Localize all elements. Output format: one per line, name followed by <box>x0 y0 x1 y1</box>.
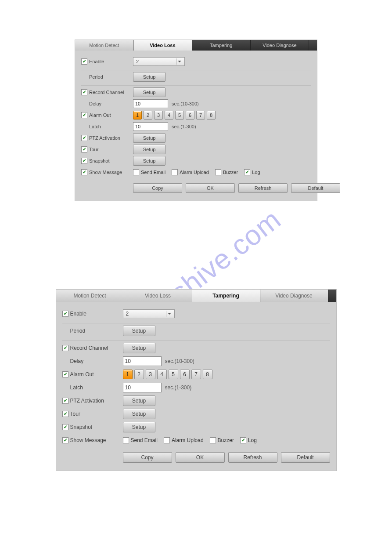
snapshot-checkbox[interactable] <box>62 424 68 430</box>
alarm-out-1[interactable]: 1 <box>133 111 142 120</box>
alarm-out-7[interactable]: 7 <box>196 111 205 120</box>
tab-tampering[interactable]: Tampering <box>192 290 260 302</box>
default-button[interactable]: Default <box>281 452 330 463</box>
buzzer-checkbox[interactable] <box>215 169 221 175</box>
default-button[interactable]: Default <box>291 183 340 193</box>
delay-input[interactable]: 10 <box>123 356 162 366</box>
alarm-out-3[interactable]: 3 <box>146 370 155 379</box>
delay-label: Delay <box>89 101 133 106</box>
buzzer-label: Buzzer <box>218 437 234 443</box>
alarm-out-checkbox[interactable] <box>81 112 87 118</box>
send-email-checkbox[interactable] <box>133 169 139 175</box>
tab-tampering[interactable]: Tampering <box>192 40 251 51</box>
tab-spacer <box>309 40 317 51</box>
channel-select[interactable]: 2 <box>123 309 175 318</box>
ok-button[interactable]: OK <box>186 183 235 193</box>
latch-input[interactable]: 10 <box>123 383 162 392</box>
log-label: Log <box>248 437 257 443</box>
channel-value: 2 <box>136 59 139 64</box>
channel-select[interactable]: 2 <box>133 57 185 66</box>
ptz-checkbox[interactable] <box>62 398 68 404</box>
tab-bar: Motion Detect Video Loss Tampering Video… <box>56 290 336 302</box>
alarm-upload-checkbox[interactable] <box>172 169 178 175</box>
ptz-label: PTZ Activation <box>89 135 133 141</box>
buzzer-checkbox[interactable] <box>210 437 216 443</box>
alarm-out-8[interactable]: 8 <box>207 111 216 120</box>
alarm-out-4[interactable]: 4 <box>165 111 173 120</box>
snapshot-setup-button[interactable]: Setup <box>133 156 165 166</box>
delay-value: 10 <box>135 101 140 106</box>
alarm-out-checkbox[interactable] <box>62 371 68 377</box>
log-checkbox[interactable] <box>244 169 250 175</box>
ptz-checkbox[interactable] <box>81 135 87 141</box>
record-channel-label: Record Channel <box>89 90 133 95</box>
snapshot-checkbox[interactable] <box>81 158 87 164</box>
alarm-upload-label: Alarm Upload <box>172 437 204 443</box>
tab-motion-detect[interactable]: Motion Detect <box>56 290 124 302</box>
send-email-checkbox[interactable] <box>123 437 129 443</box>
tab-motion-detect[interactable]: Motion Detect <box>75 40 133 51</box>
video-detect-panel: Motion Detect Video Loss Tampering Video… <box>75 40 317 201</box>
alarm-upload-checkbox[interactable] <box>164 437 170 443</box>
alarm-out-5[interactable]: 5 <box>169 370 178 379</box>
alarm-out-8[interactable]: 8 <box>203 370 212 379</box>
alarm-out-3[interactable]: 3 <box>154 111 163 120</box>
alarm-out-buttons: 1 2 3 4 5 6 7 8 <box>133 111 216 120</box>
record-setup-button[interactable]: Setup <box>133 87 165 97</box>
show-message-label: Show Message <box>70 437 123 443</box>
log-label: Log <box>252 170 260 175</box>
copy-button[interactable]: Copy <box>123 452 172 463</box>
record-channel-label: Record Channel <box>70 345 123 351</box>
alarm-out-6[interactable]: 6 <box>180 370 190 379</box>
tour-checkbox[interactable] <box>81 146 87 152</box>
video-detect-panel: Motion Detect Video Loss Tampering Video… <box>56 289 337 471</box>
tab-video-diagnose[interactable]: Video Diagnose <box>260 290 328 302</box>
period-setup-button[interactable]: Setup <box>123 326 155 336</box>
enable-label: Enable <box>70 311 123 317</box>
latch-input[interactable]: 10 <box>133 122 168 131</box>
alarm-out-2[interactable]: 2 <box>134 370 144 379</box>
alarm-out-5[interactable]: 5 <box>175 111 184 120</box>
record-channel-checkbox[interactable] <box>81 89 87 95</box>
period-setup-button[interactable]: Setup <box>133 72 165 82</box>
tour-setup-button[interactable]: Setup <box>133 145 165 154</box>
tour-label: Tour <box>89 147 133 152</box>
tour-label: Tour <box>70 411 123 417</box>
alarm-out-4[interactable]: 4 <box>157 370 167 379</box>
refresh-button[interactable]: Refresh <box>228 452 277 463</box>
refresh-button[interactable]: Refresh <box>238 183 288 193</box>
enable-checkbox[interactable] <box>81 58 87 65</box>
record-setup-button[interactable]: Setup <box>123 343 155 353</box>
tour-setup-button[interactable]: Setup <box>123 409 155 419</box>
enable-checkbox[interactable] <box>62 311 68 317</box>
show-message-checkbox[interactable] <box>81 169 87 175</box>
ok-button[interactable]: OK <box>176 452 225 463</box>
tab-video-diagnose[interactable]: Video Diagnose <box>251 40 309 51</box>
snapshot-label: Snapshot <box>70 424 123 430</box>
latch-hint: sec.(1-300) <box>165 385 192 391</box>
ptz-setup-button[interactable]: Setup <box>133 133 165 143</box>
tab-video-loss[interactable]: Video Loss <box>124 290 192 302</box>
send-email-label: Send Email <box>131 437 158 443</box>
latch-label: Latch <box>89 124 133 129</box>
show-message-checkbox[interactable] <box>62 437 68 443</box>
record-channel-checkbox[interactable] <box>62 345 68 351</box>
ptz-setup-button[interactable]: Setup <box>123 395 155 406</box>
delay-hint: sec.(10-300) <box>172 101 199 106</box>
alarm-out-1[interactable]: 1 <box>123 370 133 379</box>
snapshot-setup-button[interactable]: Setup <box>123 422 155 432</box>
alarm-out-2[interactable]: 2 <box>144 111 152 120</box>
tour-checkbox[interactable] <box>62 411 68 417</box>
copy-button[interactable]: Copy <box>133 183 182 193</box>
tab-video-loss[interactable]: Video Loss <box>133 40 192 51</box>
alarm-out-6[interactable]: 6 <box>186 111 194 120</box>
delay-hint: sec.(10-300) <box>165 358 194 364</box>
alarm-upload-label: Alarm Upload <box>180 170 209 175</box>
delay-input[interactable]: 10 <box>133 99 168 108</box>
show-message-label: Show Message <box>89 170 133 175</box>
alarm-out-7[interactable]: 7 <box>191 370 201 379</box>
delay-label: Delay <box>70 358 123 364</box>
channel-value: 2 <box>126 311 129 317</box>
log-checkbox[interactable] <box>240 437 246 443</box>
period-label: Period <box>89 74 133 80</box>
